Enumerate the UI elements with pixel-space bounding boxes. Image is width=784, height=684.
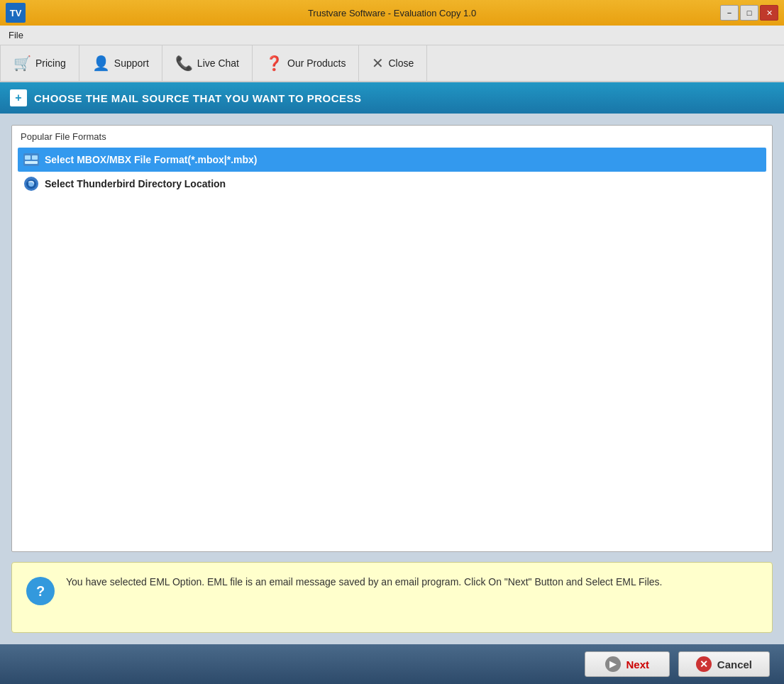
mbox-label: Select MBOX/MBX File Format(*.mbox|*.mbx… [45,154,258,165]
support-button[interactable]: 👤 Support [79,45,162,81]
section-header-text: CHOOSE THE MAIL SOURCE THAT YOU WANT TO … [34,92,362,104]
thunderbird-label: Select Thunderbird Directory Location [45,178,226,189]
support-icon: 👤 [92,55,110,72]
file-formats-panel: Popular File Formats Select MBOX/MBX Fil… [11,125,773,552]
mbox-icon [23,152,39,167]
format-list: Select MBOX/MBX File Format(*.mbox|*.mbx… [12,145,772,202]
app-logo: TV [6,3,26,23]
window-title: Trustvare Software - Evaluation Copy 1.0 [308,8,476,18]
title-bar: TV Trustvare Software - Evaluation Copy … [0,0,784,26]
close-toolbar-button[interactable]: ✕ Close [359,45,427,81]
bottom-bar: ▶ Next ✕ Cancel [0,644,784,684]
support-label: Support [114,57,149,69]
svg-rect-3 [25,161,38,164]
info-box: ? You have selected EML Option. EML file… [11,562,773,633]
close-toolbar-label: Close [388,57,414,69]
ourproducts-icon: ❓ [265,55,283,72]
pricing-icon: 🛒 [13,55,31,72]
panel-legend: Popular File Formats [12,126,772,145]
livechat-button[interactable]: 📞 Live Chat [162,45,253,81]
close-toolbar-icon: ✕ [372,55,384,72]
format-item-mbox[interactable]: Select MBOX/MBX File Format(*.mbox|*.mbx… [18,148,766,172]
info-text: You have selected EML Option. EML file i… [66,574,663,590]
cancel-button[interactable]: ✕ Cancel [678,651,770,677]
next-label: Next [626,658,650,671]
minimize-button[interactable]: − [720,5,739,21]
livechat-icon: 📞 [175,55,193,72]
menu-file[interactable]: File [3,28,29,43]
pricing-label: Pricing [35,57,66,69]
thunderbird-icon [23,176,39,192]
toolbar: 🛒 Pricing 👤 Support 📞 Live Chat ❓ Our Pr… [0,45,784,82]
next-icon: ▶ [605,656,621,672]
svg-rect-2 [32,155,38,160]
ourproducts-label: Our Products [287,57,346,69]
format-item-thunderbird[interactable]: Select Thunderbird Directory Location [18,172,766,196]
next-button[interactable]: ▶ Next [585,651,670,677]
menu-bar: File [0,26,784,45]
close-button[interactable]: ✕ [760,5,778,21]
section-header: CHOOSE THE MAIL SOURCE THAT YOU WANT TO … [0,82,784,114]
maximize-button[interactable]: □ [740,5,758,21]
ourproducts-button[interactable]: ❓ Our Products [253,45,359,81]
pricing-button[interactable]: 🛒 Pricing [0,45,79,81]
section-header-icon [10,89,27,106]
cancel-icon: ✕ [696,656,712,672]
info-icon: ? [26,577,55,605]
cancel-label: Cancel [717,658,752,671]
livechat-label: Live Chat [197,57,239,69]
main-content: Popular File Formats Select MBOX/MBX Fil… [0,114,784,644]
svg-rect-1 [25,155,31,160]
window-controls: − □ ✕ [720,5,778,21]
